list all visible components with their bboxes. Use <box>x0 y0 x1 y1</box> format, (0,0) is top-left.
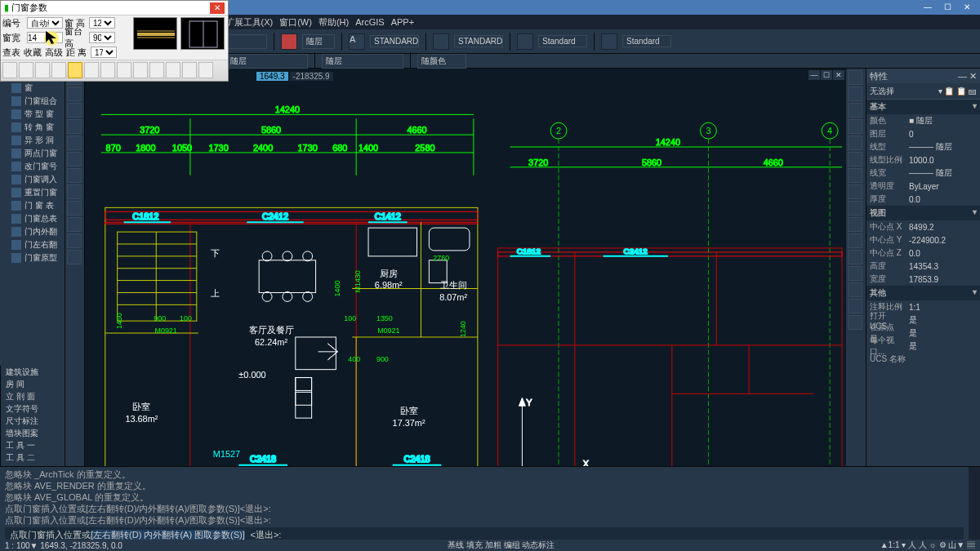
dlg-btn-1[interactable] <box>2 62 17 78</box>
close-button[interactable]: ✕ <box>957 2 977 13</box>
table-link[interactable]: 查表 <box>2 47 22 59</box>
move-icon[interactable] <box>848 70 862 85</box>
dlg-btn-11[interactable] <box>166 62 180 78</box>
tool-window[interactable]: 窗 <box>8 82 65 95</box>
dlg-btn-6[interactable] <box>84 62 99 78</box>
prop-height[interactable]: 14354.3 <box>909 262 938 271</box>
draw-text-icon[interactable] <box>67 233 82 248</box>
dist-select[interactable]: 1730 <box>91 47 117 58</box>
mlstyle-icon[interactable] <box>601 33 617 50</box>
draw-block-icon[interactable] <box>67 217 82 232</box>
stretch-icon[interactable] <box>848 266 862 281</box>
trim-icon[interactable] <box>848 152 862 167</box>
tool-reset[interactable]: 重置门窗 <box>8 186 65 199</box>
dlg-btn-12[interactable] <box>182 62 197 78</box>
prop-linetype[interactable]: ——— 随层 <box>909 141 952 153</box>
style-icon[interactable]: A <box>349 33 365 50</box>
chamfer-icon[interactable] <box>848 315 862 330</box>
erase-icon[interactable] <box>848 233 862 248</box>
dlg-btn-2[interactable] <box>19 62 33 78</box>
randcolor-drop[interactable]: 随颜色 <box>417 54 466 69</box>
tablestyle-icon[interactable] <box>517 33 533 50</box>
dialog-close-button[interactable]: ✕ <box>210 2 225 14</box>
copy-icon[interactable] <box>848 87 862 101</box>
cat-tool2[interactable]: 工 具 二 <box>1 451 52 464</box>
dimstyle-dropdown[interactable]: STANDARD <box>454 35 503 47</box>
draw-pline-icon[interactable] <box>67 87 82 101</box>
fav-link[interactable]: 收藏 <box>24 47 43 59</box>
textstyle-dropdown[interactable]: STANDARD <box>370 35 419 47</box>
dlg-btn-7[interactable] <box>100 62 115 78</box>
bylayer-drop2[interactable]: 随层 <box>226 54 308 69</box>
dwg-min-icon[interactable]: — <box>808 70 820 80</box>
prop-ucsopen[interactable]: 是 <box>909 314 917 326</box>
height-select[interactable]: 1200 <box>89 17 115 29</box>
draw-rect-icon[interactable] <box>67 136 82 150</box>
tool-adjust[interactable]: 门窗调入 <box>8 173 65 186</box>
prop-ucsorigin[interactable]: 是 <box>909 327 917 339</box>
mirror-icon[interactable] <box>848 119 862 134</box>
prop-cx[interactable]: 8499.2 <box>909 223 934 232</box>
tool-combo[interactable]: 门窗组合 <box>8 95 65 108</box>
prop-transparency[interactable]: ByLayer <box>909 182 939 191</box>
cat-dim[interactable]: 尺寸标注 <box>1 415 52 427</box>
dlg-btn-4[interactable] <box>51 62 66 78</box>
draw-table-icon[interactable] <box>67 250 82 264</box>
adv-link[interactable]: 高级 <box>45 47 65 59</box>
section-basic[interactable]: 基本▾ <box>866 100 980 114</box>
scale-icon[interactable] <box>848 136 862 150</box>
section-other[interactable]: 其他▾ <box>866 286 980 300</box>
prop-width[interactable]: 17853.9 <box>909 275 938 284</box>
prop-annoscale[interactable]: 1:1 <box>909 303 920 312</box>
tool-ribbon-window[interactable]: 带 型 窗 <box>8 108 65 121</box>
bylayer-drop3[interactable]: 随层 <box>322 54 403 69</box>
prop-layer[interactable]: 0 <box>909 130 914 139</box>
cat-tool1[interactable]: 工 具 一 <box>1 439 52 451</box>
prop-lineweight[interactable]: ——— 随层 <box>909 167 952 179</box>
dwg-close-icon[interactable]: ✕ <box>833 70 844 80</box>
mlstyle-dropdown[interactable]: Standard <box>622 35 671 47</box>
draw-circle-icon[interactable] <box>67 103 82 118</box>
tool-flip-inout[interactable]: 门内外翻 <box>8 225 65 238</box>
tool-total-schedule[interactable]: 门窗总表 <box>8 212 65 225</box>
maximize-button[interactable]: ☐ <box>938 2 957 13</box>
status-toggles[interactable]: 基线 填充 加粗 编组 动态标注 <box>448 540 555 551</box>
menu-app[interactable]: APP+ <box>391 17 414 27</box>
tool-two-point[interactable]: 两点门窗 <box>8 147 65 160</box>
dlg-btn-10[interactable] <box>149 62 164 78</box>
menu-ext-tools[interactable]: 扩展工具(X) <box>225 16 274 29</box>
cmd-scrollbar[interactable] <box>969 467 980 540</box>
join-icon[interactable] <box>848 299 862 313</box>
drawing-area[interactable]: 1649.3 -218325.9 — ☐ ✕ 2 3 4 14240 3720 … <box>85 69 846 509</box>
preview-elev[interactable] <box>180 17 225 50</box>
draw-spline-icon[interactable] <box>67 168 82 183</box>
prop-thickness[interactable]: 0.0 <box>909 195 920 204</box>
tool-renumber[interactable]: 改门窗号 <box>8 160 65 173</box>
bylayer-dropdown[interactable]: 随层 <box>302 34 335 49</box>
menu-window[interactable]: 窗口(W) <box>279 16 312 29</box>
break-icon[interactable] <box>848 282 862 297</box>
tablestyle-dropdown[interactable]: Standard <box>538 35 587 47</box>
prop-close-icon[interactable]: — ✕ <box>958 71 977 82</box>
tool-corner-window[interactable]: 转 角 窗 <box>8 121 65 134</box>
tool-schedule[interactable]: 门 窗 表 <box>8 199 65 212</box>
menu-help[interactable]: 帮助(H) <box>318 16 349 29</box>
fillet-icon[interactable] <box>848 201 862 216</box>
prop-perview[interactable]: 是 <box>909 340 917 352</box>
dlg-btn-8[interactable] <box>117 62 131 78</box>
status-right[interactable]: ▲1:1 ▾ 人 人 ☼ ⚙ 山▼ ▤ <box>880 540 975 551</box>
cat-facility[interactable]: 建筑设施 <box>1 366 52 378</box>
cat-wall[interactable]: 墙块图案 <box>1 427 52 439</box>
prop-selection[interactable]: 无选择 <box>870 86 894 97</box>
color-button[interactable] <box>281 33 297 50</box>
dimstyle-icon[interactable] <box>433 33 449 50</box>
tool-flip-lr[interactable]: 门左右翻 <box>8 238 65 251</box>
array-icon[interactable] <box>848 217 862 232</box>
section-view[interactable]: 视图▾ <box>866 206 980 220</box>
preview-plan[interactable] <box>133 17 177 50</box>
door-window-param-dialog[interactable]: ▮ 门窗参数 ✕ 编号 自动编号 窗 高 1200 窗宽 窗台高 900 查表 … <box>0 0 229 82</box>
extend-icon[interactable] <box>848 168 862 183</box>
draw-hatch-icon[interactable] <box>67 184 82 199</box>
dlg-btn-9[interactable] <box>133 62 148 78</box>
number-select[interactable]: 自动编号 <box>27 17 63 29</box>
